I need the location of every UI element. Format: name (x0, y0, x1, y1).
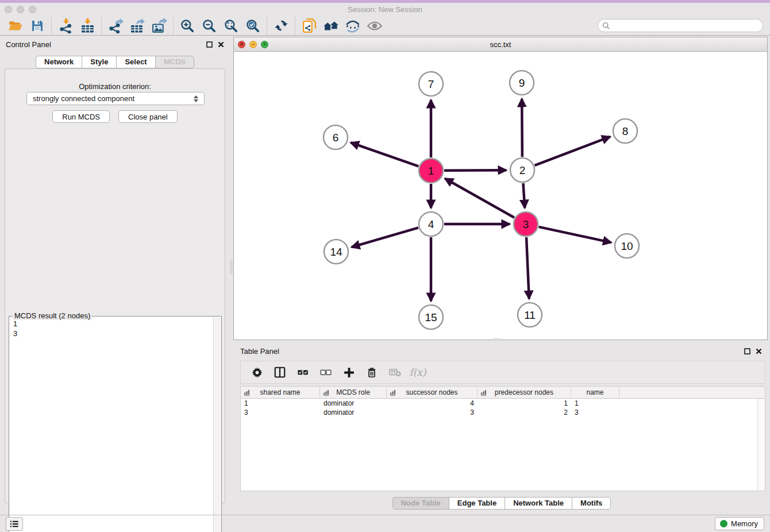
plus-icon (343, 367, 355, 379)
close-panel-icon[interactable] (218, 41, 224, 48)
column-header-successor-nodes[interactable]: successor nodes (387, 387, 478, 398)
cell-shared-name[interactable]: 1 (241, 399, 320, 408)
tab-node-table[interactable]: Node Table (392, 497, 449, 510)
float-panel-icon[interactable] (206, 41, 213, 48)
graph-edge-3-11[interactable] (526, 237, 529, 299)
control-panel: Control Panel Network Style Select MCDS … (0, 36, 230, 515)
cell-predecessor-nodes[interactable]: 2 (478, 408, 571, 417)
network-window-titlebar[interactable]: ✕ – + scc.txt (234, 37, 767, 52)
column-header-shared-name[interactable]: shared name (241, 387, 320, 398)
graph-node-label-10: 10 (621, 240, 633, 252)
hide-eye-icon (345, 18, 361, 33)
apply-layout-button[interactable] (270, 17, 292, 34)
cell-shared-name[interactable]: 3 (241, 408, 320, 417)
columns-icon (274, 366, 286, 379)
graph-node-label-9: 9 (519, 77, 525, 89)
export-network-button[interactable] (105, 17, 126, 34)
mcds-result-text[interactable]: 1 3 (10, 317, 213, 532)
import-table-button[interactable] (76, 17, 98, 34)
tab-network-table[interactable]: Network Table (505, 497, 572, 510)
column-type-icon (323, 390, 329, 396)
zoom-in-icon (180, 18, 195, 33)
run-mcds-button[interactable]: Run MCDS (52, 110, 110, 123)
result-scrollbar[interactable] (213, 317, 221, 532)
delete-column-button[interactable] (361, 363, 382, 381)
toolbar-separator (101, 17, 102, 34)
import-network-button[interactable] (55, 17, 76, 34)
close-table-panel-icon[interactable] (756, 348, 762, 354)
cell-successor-nodes[interactable]: 3 (387, 408, 478, 417)
deselect-all-columns-button[interactable] (315, 363, 336, 381)
column-header-predecessor-nodes[interactable]: predecessor nodes (478, 387, 571, 398)
create-column-button[interactable] (338, 363, 359, 381)
tab-motifs[interactable]: Motifs (572, 497, 611, 510)
memory-status-icon (720, 520, 727, 527)
open-session-button[interactable] (5, 17, 26, 34)
optimization-criterion-select[interactable]: strongly connected component (26, 92, 205, 105)
export-table-button[interactable] (126, 17, 148, 34)
show-all-networks-button[interactable] (320, 17, 342, 34)
tab-network[interactable]: Network (36, 56, 82, 68)
show-columns-button[interactable] (270, 363, 290, 381)
graph-node-label-3: 3 (523, 218, 529, 230)
graph-edge-4-14[interactable] (352, 228, 418, 247)
tab-mcds[interactable]: MCDS (155, 56, 194, 68)
column-header-mcds-role[interactable]: MCDS role (320, 387, 387, 398)
node-table[interactable]: shared name MCDS role successor nodes pr… (240, 386, 765, 491)
table-row[interactable]: 3 dominator 3 2 3 (241, 408, 765, 417)
graph-edge-2-3[interactable] (523, 183, 525, 208)
graph-edge-3-10[interactable] (538, 227, 611, 242)
graph-edge-2-8[interactable] (535, 137, 610, 165)
graph-edge-2-9[interactable] (522, 99, 522, 157)
tab-edge-table[interactable]: Edge Table (449, 497, 505, 510)
network-graph-svg[interactable]: 7968124314101511 (234, 52, 767, 340)
zoom-fit-icon (224, 18, 238, 33)
cell-predecessor-nodes[interactable]: 1 (478, 399, 571, 408)
network-canvas[interactable]: 7968124314101511 (234, 52, 767, 340)
table-row[interactable]: 1 dominator 4 1 1 (241, 399, 765, 408)
export-image-icon (152, 18, 167, 33)
column-type-icon (390, 390, 396, 396)
cell-name[interactable]: 3 (571, 408, 619, 417)
function-builder-button[interactable]: f(x) (407, 363, 428, 381)
column-type-icon (480, 390, 487, 396)
table-panel-header: Table Panel (233, 342, 770, 360)
table-divider-grip[interactable] (493, 338, 501, 341)
show-hidden-button[interactable] (364, 17, 386, 34)
close-panel-button[interactable]: Close panel (118, 110, 178, 123)
cell-mcds-role[interactable]: dominator (320, 408, 387, 417)
graph-node-label-1: 1 (428, 165, 434, 177)
save-session-button[interactable] (26, 17, 48, 34)
show-eye-icon (367, 18, 383, 33)
task-history-button[interactable] (6, 517, 23, 531)
delete-table-button[interactable] (384, 363, 405, 381)
panel-divider-grip[interactable] (230, 260, 233, 275)
column-header-name[interactable]: name (571, 387, 619, 398)
graph-edge-1-6[interactable] (351, 142, 418, 166)
zoom-selected-button[interactable] (242, 17, 264, 34)
graph-edge-1-2[interactable] (444, 170, 506, 171)
cell-name[interactable]: 1 (571, 399, 619, 408)
hide-selected-button[interactable] (342, 17, 364, 34)
clone-network-button[interactable] (298, 17, 320, 34)
delete-table-icon (388, 367, 402, 378)
zoom-out-button[interactable] (198, 17, 220, 34)
float-table-panel-icon[interactable] (744, 348, 750, 354)
cell-mcds-role[interactable]: dominator (320, 399, 387, 408)
table-tabs: Node Table Edge Table Network Table Moti… (233, 497, 770, 510)
table-settings-button[interactable] (247, 363, 267, 381)
table-scrollbar[interactable] (757, 399, 765, 491)
zoom-fit-button[interactable] (220, 17, 242, 34)
select-all-columns-button[interactable] (292, 363, 313, 381)
cell-successor-nodes[interactable]: 4 (387, 399, 478, 408)
export-image-button[interactable] (148, 17, 170, 34)
search-input[interactable] (613, 20, 763, 31)
table-toolbar: f(x) (240, 361, 765, 384)
tab-select[interactable]: Select (116, 56, 155, 68)
mcds-panel: Optimization criterion: strongly connect… (5, 68, 225, 503)
search-box[interactable] (598, 19, 763, 32)
memory-button[interactable]: Memory (715, 517, 764, 530)
tab-style[interactable]: Style (82, 56, 116, 68)
graph-edge-3-1[interactable] (445, 179, 514, 218)
zoom-in-button[interactable] (176, 17, 198, 34)
